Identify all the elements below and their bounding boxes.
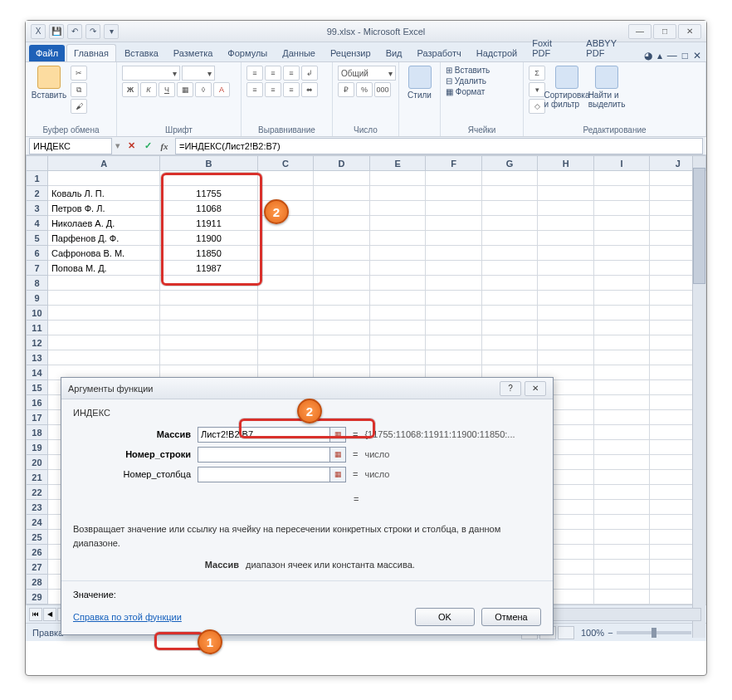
align-center[interactable]: ≡: [265, 82, 281, 97]
cell[interactable]: [369, 306, 426, 321]
row-header[interactable]: 13: [27, 350, 48, 365]
cell[interactable]: [426, 261, 482, 276]
cell[interactable]: [593, 515, 650, 530]
cell[interactable]: 11755: [160, 186, 257, 201]
tab-layout[interactable]: Разметка: [167, 45, 220, 61]
help-icon[interactable]: ◕: [644, 50, 652, 61]
cell[interactable]: Попова М. Д.: [47, 261, 159, 276]
cell[interactable]: [314, 246, 370, 261]
col-header[interactable]: F: [426, 156, 482, 171]
copy-icon[interactable]: ⧉: [71, 82, 87, 97]
row-header[interactable]: 2: [27, 186, 48, 201]
cell[interactable]: [593, 395, 650, 410]
cell[interactable]: [593, 201, 650, 216]
cell[interactable]: [426, 231, 482, 246]
cancel-button[interactable]: Отмена: [481, 608, 541, 626]
cell[interactable]: [426, 201, 482, 216]
cell[interactable]: [257, 306, 314, 321]
row-header[interactable]: 15: [27, 380, 48, 395]
name-box[interactable]: ИНДЕКС: [29, 138, 112, 154]
cells-format[interactable]: ▦ Формат: [446, 87, 485, 96]
align-mid[interactable]: ≡: [265, 66, 281, 81]
tab-addins[interactable]: Надстрой: [470, 45, 524, 61]
tab-nav-first[interactable]: ⏮: [29, 608, 42, 621]
cell[interactable]: [314, 186, 370, 201]
italic-button[interactable]: К: [140, 82, 157, 97]
clear-button[interactable]: ◇: [529, 99, 545, 114]
range-picker-icon[interactable]: ▦: [329, 467, 346, 482]
cell[interactable]: [481, 335, 538, 350]
cell[interactable]: Николаев А. Д.: [47, 216, 159, 231]
cells-insert[interactable]: ⊞ Вставить: [446, 66, 490, 75]
cell[interactable]: [593, 276, 650, 291]
tab-home[interactable]: Главная: [66, 44, 116, 61]
cell[interactable]: [481, 201, 538, 216]
cell[interactable]: [369, 186, 426, 201]
tab-review[interactable]: Рецензир: [324, 45, 378, 61]
cell[interactable]: [369, 350, 426, 365]
cell[interactable]: [593, 380, 650, 395]
cell[interactable]: [593, 590, 650, 605]
cell[interactable]: [593, 455, 650, 470]
doc-close-icon[interactable]: ✕: [693, 50, 701, 61]
bold-button[interactable]: Ж: [122, 82, 139, 97]
percent-button[interactable]: %: [356, 82, 373, 97]
cell[interactable]: [593, 410, 650, 425]
cell[interactable]: [481, 246, 538, 261]
enter-formula-button[interactable]: ✓: [140, 139, 155, 154]
ok-button[interactable]: OK: [415, 608, 475, 626]
cell[interactable]: [47, 350, 159, 365]
cell[interactable]: Имя: [47, 171, 159, 186]
cell[interactable]: [593, 335, 650, 350]
col-header[interactable]: I: [593, 156, 650, 171]
cell[interactable]: [426, 321, 482, 335]
range-picker-icon[interactable]: ▦: [329, 447, 346, 463]
border-button[interactable]: ▦: [177, 82, 193, 97]
row-header[interactable]: 28: [27, 575, 48, 590]
cell[interactable]: [538, 186, 594, 201]
cell[interactable]: [369, 231, 426, 246]
font-color-button[interactable]: A: [213, 82, 230, 97]
col-header[interactable]: E: [369, 156, 426, 171]
row-header[interactable]: 17: [27, 410, 48, 425]
tab-foxit[interactable]: Foxit PDF: [525, 35, 578, 61]
cell[interactable]: [160, 306, 257, 321]
cell[interactable]: [257, 246, 314, 261]
redo-icon[interactable]: ↷: [85, 24, 100, 39]
cell[interactable]: [257, 276, 314, 291]
col-header[interactable]: G: [481, 156, 538, 171]
cell[interactable]: [538, 201, 594, 216]
cell[interactable]: [538, 321, 594, 335]
col-header[interactable]: A: [47, 156, 159, 171]
cell[interactable]: [593, 440, 650, 455]
row-header[interactable]: 12: [27, 335, 48, 350]
row-header[interactable]: 9: [27, 291, 48, 306]
cell[interactable]: [593, 425, 650, 440]
cell[interactable]: [314, 335, 370, 350]
ribbon-min-icon[interactable]: ▴: [657, 50, 662, 61]
row-header[interactable]: 19: [27, 440, 48, 455]
row-header[interactable]: 1: [27, 171, 48, 186]
row-header[interactable]: 14: [27, 365, 48, 380]
cell[interactable]: [47, 291, 159, 306]
cell[interactable]: [426, 216, 482, 231]
doc-restore-icon[interactable]: □: [682, 50, 688, 61]
cell[interactable]: [314, 171, 370, 186]
cell[interactable]: [47, 306, 159, 321]
dialog-help-button[interactable]: ?: [500, 381, 521, 396]
cell[interactable]: [538, 291, 594, 306]
cell[interactable]: [314, 231, 370, 246]
cell[interactable]: [257, 261, 314, 276]
row-header[interactable]: 29: [27, 590, 48, 605]
undo-icon[interactable]: ↶: [67, 24, 82, 39]
cell[interactable]: [47, 335, 159, 350]
cell[interactable]: [426, 306, 482, 321]
cell[interactable]: [426, 291, 482, 306]
cell[interactable]: [538, 306, 594, 321]
cell[interactable]: [481, 276, 538, 291]
cell[interactable]: [538, 350, 594, 365]
cell[interactable]: [160, 321, 257, 335]
cell[interactable]: [538, 246, 594, 261]
row-header[interactable]: 5: [27, 231, 48, 246]
row-header[interactable]: 23: [27, 500, 48, 515]
